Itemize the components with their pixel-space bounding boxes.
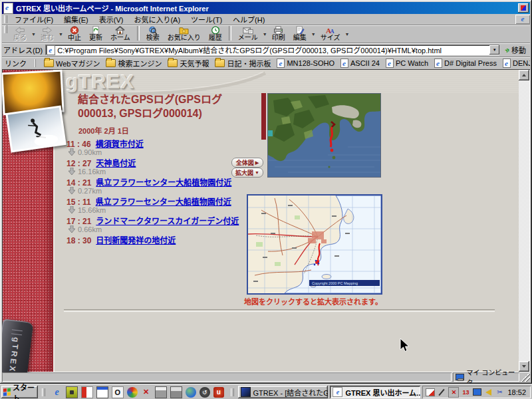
forward-button[interactable]: 進む (37, 25, 58, 43)
quicklaunch-printer2-icon[interactable] (170, 386, 182, 398)
quicklaunch-printer-icon[interactable] (155, 386, 167, 398)
edit-dropdown[interactable]: ▼ (311, 25, 317, 41)
ie-page-icon (386, 59, 394, 68)
quicklaunch-red-tool-icon[interactable]: ✕ (141, 387, 152, 398)
down-arrow-icon (68, 148, 75, 156)
entry-place-link[interactable]: 県立フラワーセンター大船植物園付近 (96, 176, 231, 188)
quicklaunch-red-circle-icon[interactable]: u (213, 387, 224, 398)
taskbar-clock[interactable]: 18:52 (506, 388, 527, 396)
quicklaunch-window-icon[interactable] (96, 386, 108, 398)
taskbar-divider (42, 388, 45, 396)
links-item-weather[interactable]: 天気予報 (168, 58, 209, 68)
entry-place-link[interactable]: 横須賀市付近 (96, 138, 144, 149)
menu-item-favorites[interactable]: お気に入り(A) (128, 13, 186, 25)
go-button[interactable]: » 移動 (502, 44, 529, 56)
linksbar-grip[interactable] (35, 59, 36, 67)
print-button[interactable]: 印刷 (268, 25, 289, 43)
quicklaunch-yellow-app-icon[interactable] (66, 386, 78, 398)
links-item-mn128[interactable]: MN128-SOHO (277, 59, 334, 68)
ie-page-icon (340, 59, 348, 68)
favorites-button[interactable]: お気に入り (164, 25, 205, 43)
tray-ime-icon[interactable]: 13 (461, 388, 470, 397)
tray-display-icon[interactable] (472, 388, 481, 397)
tray-pen-icon[interactable] (437, 388, 446, 397)
menubar-grip[interactable] (4, 15, 7, 23)
decorative-red-stripe (261, 93, 266, 140)
edit-button[interactable]: 編集 (289, 25, 311, 43)
refresh-button[interactable]: 更新 (85, 25, 106, 43)
menu-item-tools[interactable]: ツール(T) (186, 13, 227, 25)
tray-card-icon[interactable] (426, 388, 435, 396)
address-dropdown-button[interactable]: ▼ (489, 45, 499, 55)
overview-map-button[interactable]: 全体図 ▶ (231, 158, 263, 168)
task-button-ie-window[interactable]: e GTREX 思い出ホーム... (330, 386, 420, 398)
entry-place-link[interactable]: 県立フラワーセンター大船植物園付近 (96, 196, 231, 207)
menu-item-view[interactable]: 表示(V) (94, 13, 129, 25)
gps-entry: 12 : 27天神島付近 16.16km (66, 157, 259, 176)
quicklaunch-ie-icon[interactable]: e (52, 387, 63, 398)
screen: GTREX 思い出ホームページ - Microsoft Internet Exp… (0, 0, 532, 399)
size-button[interactable]: AA サイズ (317, 25, 344, 43)
mail-button[interactable]: メール (234, 25, 262, 43)
tray-scissors-icon[interactable]: ✂ (495, 388, 504, 397)
window-title: GTREX 思い出ホームページ - Microsoft Internet Exp… (16, 3, 209, 13)
links-item-pcwatch[interactable]: PC Watch (386, 59, 428, 68)
address-value: C:¥Program Files¥Sony¥GTREX¥MyAlbum¥結合され… (57, 45, 442, 55)
zoom-map-button[interactable]: 拡大図 ▼ (231, 168, 263, 178)
links-item-searchengine[interactable]: 検索エンジン (106, 58, 162, 68)
toolbar: 戻る ▼ 進む ▼ 中止 更新 ホーム 検索 (2, 25, 530, 43)
entry-distance: 0.90km (78, 148, 102, 156)
quicklaunch-globe-icon[interactable] (186, 387, 196, 398)
entry-place-link[interactable]: 天神島付近 (96, 157, 136, 168)
back-dropdown[interactable]: ▼ (31, 25, 37, 41)
forward-dropdown[interactable]: ▼ (58, 25, 64, 41)
quicklaunch-sync-icon[interactable]: ↺ (200, 387, 210, 398)
links-item-digitalpress[interactable]: D# Digital Press (434, 59, 497, 68)
address-input[interactable]: C:¥Program Files¥Sony¥GTREX¥MyAlbum¥結合され… (45, 45, 499, 55)
titlebar[interactable]: GTREX 思い出ホームページ - Microsoft Internet Exp… (2, 2, 530, 14)
entry-time: 18 : 30 (66, 236, 91, 245)
links-item-ascii24[interactable]: ASCII 24 (340, 59, 380, 68)
start-button[interactable]: スタート (1, 386, 38, 398)
overview-map-image[interactable] (267, 93, 381, 178)
gps-entry: 11 : 46横須賀市付近 0.90km (66, 138, 259, 156)
detail-map-image[interactable]: Copyright 2000 PC Mapping (247, 194, 382, 295)
go-icon: » (503, 45, 512, 55)
stop-button[interactable]: 中止 (64, 25, 85, 43)
quicklaunch-opera-icon[interactable]: O (112, 386, 124, 398)
folder-icon (44, 59, 54, 67)
up-triangle-icon (522, 74, 526, 76)
down-arrow-icon (68, 187, 75, 194)
horizontal-rule (64, 309, 495, 312)
links-item-webmagazine[interactable]: Webマガジン (44, 58, 100, 68)
mail-dropdown[interactable]: ▼ (262, 25, 268, 41)
scrollbar-up-button[interactable] (519, 70, 529, 80)
home-button[interactable]: ホーム (106, 25, 134, 43)
menu-item-help[interactable]: ヘルプ(H) (227, 13, 270, 25)
task-button-gtrex-app[interactable]: GTREX - [結合されたGPS... (238, 386, 329, 398)
tray-volume-icon[interactable] (483, 388, 493, 397)
down-arrow-icon (68, 225, 75, 233)
history-button[interactable]: 履歴 (205, 25, 226, 43)
back-button[interactable]: 戻る (9, 25, 31, 43)
quicklaunch-pinwheel-icon[interactable] (127, 387, 138, 398)
size-dropdown[interactable]: ▼ (344, 25, 350, 41)
links-label: リンク (5, 58, 27, 68)
menu-item-file[interactable]: ファイル(F) (9, 13, 59, 25)
scrollbar-down-button[interactable] (519, 361, 529, 372)
links-item-denjuku[interactable]: DENJUKU D1 BBS (503, 59, 530, 68)
map-caption: 地図をクリックすると拡大表示されます。 (243, 296, 384, 307)
menu-item-edit[interactable]: 編集(E) (59, 13, 94, 25)
entry-place-link[interactable]: ランドマークタワースカイガーデン付近 (96, 215, 239, 226)
toolbar-grip[interactable] (4, 25, 7, 33)
resize-grip[interactable] (521, 372, 530, 382)
titlebar-control-button[interactable] (518, 3, 529, 13)
ie-icon: e (332, 387, 342, 397)
search-button[interactable]: 検索 (142, 25, 164, 43)
tray-disconnect-icon[interactable]: ✕ (448, 387, 459, 398)
quicklaunch-red-app-icon[interactable] (81, 386, 93, 398)
entry-place-link[interactable]: 日刊新聞発祥の地付近 (96, 234, 176, 245)
device-label: gTREX (7, 336, 21, 372)
links-item-diary-bbs[interactable]: 日記・掲示板 (215, 58, 271, 68)
vertical-scrollbar[interactable] (519, 70, 529, 372)
